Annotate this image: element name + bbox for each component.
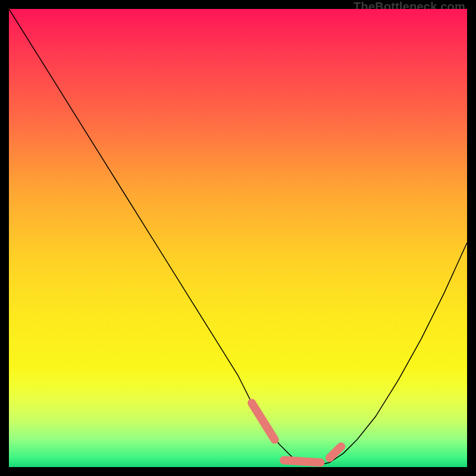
plot-area — [9, 9, 467, 467]
chart-frame: TheBottleneck.com — [0, 0, 476, 476]
highlight-segment-2 — [284, 461, 321, 463]
bottleneck-curve — [9, 9, 467, 465]
curve-svg — [9, 9, 467, 467]
highlight-segment-1 — [252, 403, 275, 440]
